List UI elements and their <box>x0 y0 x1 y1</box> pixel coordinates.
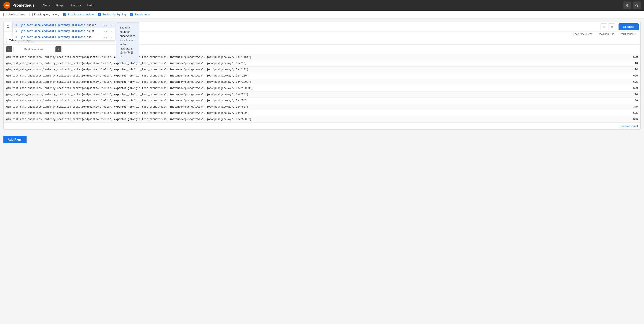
nav-item-status[interactable]: Status ▾ <box>68 2 84 8</box>
use-local-time-checkbox[interactable] <box>4 13 6 16</box>
table-row: gin_test_data_endpoints_lantency_statist… <box>4 54 640 61</box>
prometheus-logo <box>4 2 10 9</box>
metric-cell: gin_test_data_endpoints_lantency_statist… <box>4 110 610 116</box>
enable-query-history-label[interactable]: Enable query history <box>30 13 59 16</box>
settings-button[interactable]: ⚙ <box>624 2 631 9</box>
execute-button[interactable]: Execute <box>618 23 639 30</box>
svg-rect-3 <box>7 7 7 7</box>
remove-panel-row: Remove Panel <box>4 123 640 129</box>
svg-rect-4 <box>5 5 6 6</box>
nav-item-graph[interactable]: Graph <box>54 2 67 8</box>
metric-explorer-button[interactable]: ⊕ <box>608 23 615 30</box>
svg-rect-5 <box>8 5 9 6</box>
metric-cell: gin_test_data_endpoints_lantency_statist… <box>4 98 610 104</box>
add-panel-button[interactable]: Add Panel <box>4 136 26 143</box>
query-panel: ⊙ gin_test_data_endpoints_lantency_stati… <box>4 22 640 130</box>
svg-point-1 <box>6 5 8 6</box>
enable-query-history-checkbox[interactable] <box>30 13 32 16</box>
autocomplete-item-0[interactable]: ⊙ gin_test_data_endpoints_lantency_stati… <box>13 22 115 28</box>
svg-rect-2 <box>7 4 7 4</box>
metric-cell: gin_test_data_endpoints_lantency_statist… <box>4 85 610 92</box>
value-cell: 695 <box>610 110 640 116</box>
results-table: gin_test_data_endpoints_lantency_statist… <box>4 54 640 123</box>
enable-linter-label[interactable]: Enable linter <box>130 13 150 16</box>
value-cell: 695 <box>610 79 640 85</box>
enable-highlighting-checkbox[interactable] <box>98 13 101 16</box>
metric-cell: gin_test_data_endpoints_lantency_statist… <box>4 79 610 85</box>
autocomplete-item-1[interactable]: ⊙ gin_test_data_endpoints_lantency_stati… <box>13 28 115 34</box>
search-icon[interactable] <box>4 22 13 32</box>
eval-time-row: < > <box>4 45 640 54</box>
query-input-row: ⊙ gin_test_data_endpoints_lantency_stati… <box>4 22 640 32</box>
metric-cell: gin_test_data_endpoints_lantency_statist… <box>4 92 610 98</box>
metric-cell: gin_test_data_endpoints_lantency_statist… <box>4 67 610 73</box>
nav-item-alerts[interactable]: Alerts <box>40 2 53 8</box>
table-row: gin_test_data_endpoints_lantency_statist… <box>4 67 640 73</box>
enable-autocomplete-checkbox[interactable] <box>63 13 66 16</box>
value-cell: 46 <box>610 98 640 104</box>
value-cell: 144 <box>610 92 640 98</box>
load-time-stat: Load time: 55ms <box>573 33 592 36</box>
metric-cell: gin_test_data_endpoints_lantency_statist… <box>4 104 610 110</box>
autocomplete-dropdown: ⊙ gin_test_data_endpoints_lantency_stati… <box>13 22 116 41</box>
autocomplete-wrapper: ⊙ gin_test_data_endpoints_lantency_stati… <box>13 22 598 32</box>
metric-cell: gin_test_data_endpoints_lantency_statist… <box>4 54 610 61</box>
table-row: gin_test_data_endpoints_lantency_statist… <box>4 73 640 79</box>
brand: Prometheus <box>4 2 35 9</box>
use-local-time-label[interactable]: Use local time <box>4 13 25 16</box>
value-cell: 699 <box>610 54 640 61</box>
svg-line-7 <box>8 28 10 28</box>
main-content: ⊙ gin_test_data_endpoints_lantency_stati… <box>0 19 644 149</box>
query-toolbar-right: ≡ ⊕ <box>598 22 617 32</box>
table-row: gin_test_data_endpoints_lantency_statist… <box>4 104 640 110</box>
enable-linter-checkbox[interactable] <box>130 13 133 16</box>
remove-panel-link[interactable]: Remove Panel <box>620 125 638 128</box>
autocomplete-item-2[interactable]: ⊙ gin_test_data_endpoints_lantency_stati… <box>13 34 115 40</box>
chevron-down-icon: ▾ <box>80 4 81 7</box>
autocomplete-icon-0: ⊙ <box>16 24 19 27</box>
history-button[interactable]: ≡ <box>600 23 608 30</box>
metric-cell: gin_test_data_endpoints_lantency_statist… <box>4 61 610 67</box>
toolbar: Use local time Enable query history Enab… <box>0 11 644 19</box>
enable-autocomplete-label[interactable]: Enable autocomplete <box>63 13 94 16</box>
navbar: Prometheus Alerts Graph Status ▾ Help ⚙ … <box>0 0 644 11</box>
table-row: gin_test_data_endpoints_lantency_statist… <box>4 92 640 98</box>
eval-next-button[interactable]: > <box>56 46 62 52</box>
table-row: gin_test_data_endpoints_lantency_statist… <box>4 61 640 67</box>
table-row: gin_test_data_endpoints_lantency_statist… <box>4 110 640 116</box>
value-cell: 345 <box>610 104 640 110</box>
value-cell: 16 <box>610 61 640 67</box>
value-cell: 695 <box>610 73 640 79</box>
eval-prev-button[interactable]: < <box>6 46 12 52</box>
nav-item-help[interactable]: Help <box>84 2 96 8</box>
value-cell: 699 <box>610 85 640 92</box>
result-series-stat: Result series: 11 <box>619 33 638 36</box>
table-row: gin_test_data_endpoints_lantency_statist… <box>4 79 640 85</box>
resolution-stat: Resolution: 14s <box>597 33 614 36</box>
table-row: gin_test_data_endpoints_lantency_statist… <box>4 116 640 123</box>
value-cell: 696 <box>610 116 640 123</box>
autocomplete-tooltip: The total count of observations for a bu… <box>116 22 139 62</box>
value-cell: 74 <box>610 67 640 73</box>
table-row: gin_test_data_endpoints_lantency_statist… <box>4 85 640 92</box>
app-title: Prometheus <box>12 3 35 8</box>
autocomplete-icon-2: ⊙ <box>16 36 19 39</box>
table-row: gin_test_data_endpoints_lantency_statist… <box>4 98 640 104</box>
enable-highlighting-label[interactable]: Enable highlighting <box>98 13 126 16</box>
navbar-right: ⚙ ◑ <box>624 2 640 9</box>
eval-time-input[interactable] <box>14 47 54 52</box>
metric-cell: gin_test_data_endpoints_lantency_statist… <box>4 116 610 123</box>
nav-items: Alerts Graph Status ▾ Help <box>40 2 624 8</box>
autocomplete-icon-1: ⊙ <box>16 30 19 33</box>
theme-toggle-button[interactable]: ◑ <box>633 2 640 9</box>
metric-cell: gin_test_data_endpoints_lantency_statist… <box>4 73 610 79</box>
